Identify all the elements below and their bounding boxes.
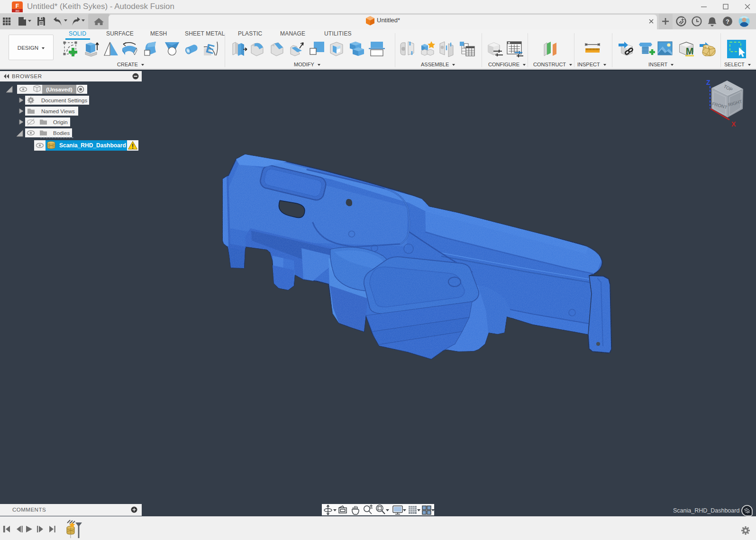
svg-text:X: X — [731, 120, 736, 128]
svg-text:F: F — [16, 3, 19, 9]
svg-text:(Unsaved): (Unsaved) — [46, 87, 73, 92]
svg-text:E: E — [204, 41, 216, 56]
svg-text:Named Views: Named Views — [41, 108, 75, 114]
svg-text:Z: Z — [706, 79, 710, 86]
svg-text:Document Settings: Document Settings — [41, 98, 87, 103]
svg-text:?: ? — [726, 18, 729, 25]
svg-text:Origin: Origin — [53, 119, 68, 125]
svg-text:Scania_RHD_Dashboard: Scania_RHD_Dashboard — [59, 142, 126, 149]
svg-text:M: M — [686, 46, 694, 56]
svg-text:360: 360 — [15, 9, 19, 12]
svg-text:Bodies: Bodies — [53, 130, 70, 136]
